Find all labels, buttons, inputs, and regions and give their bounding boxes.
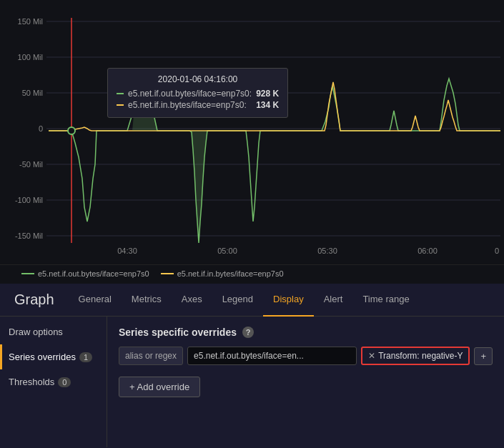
svg-text:0: 0	[495, 247, 499, 255]
legend-item-1: e5.net.if.in.bytes/iface=enp7s0	[161, 269, 284, 278]
transform-remove-icon[interactable]: ✕	[368, 351, 375, 361]
main-content: Series specific overrides ? alias or reg…	[107, 317, 504, 447]
tooltip-label-1: e5.net.if.in.bytes/iface=enp7s0:	[128, 100, 252, 110]
svg-text:05:00: 05:00	[217, 247, 237, 255]
thresholds-badge: 0	[58, 377, 71, 387]
legend-item-0: e5.net.if.out.bytes/iface=enp7s0	[21, 269, 149, 278]
svg-point-21	[68, 127, 75, 134]
sidebar-item-series-overrides-label: Series overrides	[9, 352, 76, 362]
transform-badge: ✕ Transform: negative-Y	[361, 347, 470, 365]
sidebar-item-series-overrides[interactable]: Series overrides 1	[0, 344, 107, 369]
legend-line-0	[21, 273, 34, 274]
svg-text:-150 Mil: -150 Mil	[15, 232, 43, 240]
svg-rect-0	[0, 0, 504, 264]
sidebar-item-draw-options[interactable]: Draw options	[0, 319, 107, 344]
tooltip-label-0: e5.net.if.out.bytes/iface=enp7s0:	[128, 89, 252, 99]
sidebar-item-draw-options-label: Draw options	[9, 327, 63, 337]
add-property-button[interactable]: +	[474, 347, 493, 365]
legend-label-1: e5.net.if.in.bytes/iface=enp7s0	[177, 269, 284, 278]
tab-display[interactable]: Display	[263, 284, 314, 317]
override-row: alias or regex e5.net.if.out.bytes/iface…	[119, 347, 493, 365]
alias-label: alias or regex	[119, 347, 183, 365]
svg-text:05:30: 05:30	[317, 247, 337, 255]
legend-line-1	[161, 273, 174, 274]
series-overrides-badge: 1	[79, 352, 92, 362]
transform-label: Transform: negative-Y	[378, 351, 463, 361]
settings-panel: Draw options Series overrides 1 Threshol…	[0, 317, 504, 447]
panel-title: Graph	[0, 292, 69, 308]
chart-tooltip: 2020-01-06 04:16:00 e5.net.if.out.bytes/…	[107, 68, 288, 118]
svg-text:06:00: 06:00	[417, 247, 438, 255]
tooltip-color-1	[117, 104, 124, 106]
add-override-button[interactable]: + Add override	[119, 377, 200, 397]
chart-area: 150 Mil 100 Mil 50 Mil 0 -50 Mil -100 Mi…	[0, 0, 504, 264]
tooltip-value-0: 928 K	[256, 89, 279, 99]
sidebar-item-thresholds[interactable]: Thresholds 0	[0, 369, 107, 394]
tab-axes[interactable]: Axes	[172, 284, 212, 317]
section-title: Series specific overrides ?	[119, 327, 493, 338]
tooltip-title: 2020-01-06 04:16:00	[117, 74, 279, 84]
tooltip-value-1: 134 K	[256, 100, 279, 110]
tabs-bar: Graph General Metrics Axes Legend Displa…	[0, 284, 504, 317]
legend-label-0: e5.net.if.out.bytes/iface=enp7s0	[38, 269, 149, 278]
alias-input[interactable]: e5.net.if.out.bytes/iface=en...	[187, 347, 357, 365]
svg-text:-50 Mil: -50 Mil	[19, 160, 43, 169]
tooltip-row-1: e5.net.if.in.bytes/iface=enp7s0: 134 K	[117, 100, 279, 110]
tooltip-color-0	[117, 93, 124, 94]
legend-bar: e5.net.if.out.bytes/iface=enp7s0 e5.net.…	[0, 264, 504, 284]
tab-legend[interactable]: Legend	[212, 284, 263, 317]
tab-metrics[interactable]: Metrics	[122, 284, 172, 317]
svg-text:0: 0	[39, 124, 43, 133]
help-icon[interactable]: ?	[242, 327, 254, 338]
tab-time-range[interactable]: Time range	[352, 284, 419, 317]
tab-alert[interactable]: Alert	[314, 284, 353, 317]
add-override-row: + Add override	[119, 372, 493, 397]
svg-text:-100 Mil: -100 Mil	[15, 196, 43, 204]
sidebar-item-thresholds-label: Thresholds	[9, 377, 54, 387]
sidebar: Draw options Series overrides 1 Threshol…	[0, 317, 107, 447]
chart-svg: 150 Mil 100 Mil 50 Mil 0 -50 Mil -100 Mi…	[0, 0, 504, 264]
svg-text:04:30: 04:30	[117, 247, 137, 255]
section-title-text: Series specific overrides	[119, 327, 237, 338]
svg-text:150 Mil: 150 Mil	[18, 17, 43, 26]
svg-text:100 Mil: 100 Mil	[18, 53, 43, 61]
svg-text:50 Mil: 50 Mil	[22, 89, 43, 97]
tooltip-row-0: e5.net.if.out.bytes/iface=enp7s0: 928 K	[117, 89, 279, 99]
tab-general[interactable]: General	[69, 284, 122, 317]
